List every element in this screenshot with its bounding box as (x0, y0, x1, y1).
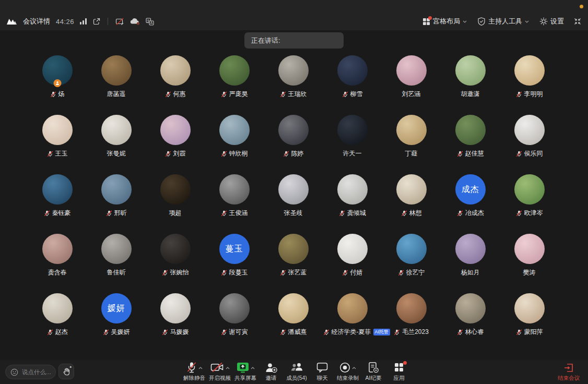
participant-tile[interactable]: 侯乐同 (500, 112, 559, 171)
toolbar-button[interactable]: 解除静音 (183, 362, 205, 382)
grid-layout-button[interactable]: 宫格布局 (419, 17, 470, 26)
open-external-icon[interactable] (93, 18, 100, 25)
participant-tile[interactable]: 付婧 (323, 231, 382, 290)
participant-tile[interactable]: 蒙阳萍 (500, 290, 559, 350)
settings-button[interactable]: 设置 (536, 17, 567, 26)
participant-tile[interactable]: 林想 (382, 171, 441, 231)
chevron-up-icon[interactable] (251, 367, 255, 369)
participant-tile[interactable]: 蔓玉 段蔓玉 (205, 231, 264, 290)
participant-name: 鲁佳昕 (107, 268, 126, 277)
whiteboard-disabled-icon[interactable] (115, 18, 124, 26)
toolbar-button[interactable]: 邀请 (260, 362, 282, 382)
participant-tile[interactable]: 欧津岑 (500, 171, 559, 231)
participant-tile[interactable]: 谢可寅 (205, 290, 264, 350)
toolbar-button[interactable]: 开启视频 (209, 362, 231, 382)
participant-tile[interactable]: 胡邀潇 (441, 52, 500, 112)
participant-tile[interactable]: 龚含春 (28, 231, 87, 290)
participant-tile[interactable]: 何惠 (146, 52, 205, 112)
participant-tile[interactable]: 经济学类-夏菲 AI托管 (323, 290, 382, 350)
settings-label: 设置 (550, 17, 564, 26)
participant-tile[interactable]: 徐艺宁 (382, 231, 441, 290)
avatar (101, 115, 132, 145)
participant-tile[interactable]: 毛兰2023 (382, 290, 441, 350)
chat-inputbox[interactable] (5, 365, 56, 379)
avatar (455, 293, 486, 323)
translation-icon[interactable]: 文A (146, 18, 154, 26)
participant-tile[interactable]: 王瑞欣 (264, 52, 323, 112)
participant-name: 何惠 (173, 90, 186, 99)
participant-tile[interactable]: 唐菡遥 (87, 52, 146, 112)
participant-name: 张曼妮 (107, 149, 126, 158)
participant-name: 冶成杰 (465, 209, 484, 218)
participant-tile[interactable]: 马媛媛 (146, 290, 205, 350)
mic-muted-icon (457, 151, 463, 157)
avatar (337, 293, 368, 323)
participant-name: 赵佳慧 (465, 149, 484, 158)
participant-name: 王俊涵 (229, 209, 248, 218)
mic-off-icon (186, 362, 197, 374)
participant-tile[interactable]: 许天一 (323, 112, 382, 171)
participant-tile[interactable]: 刘艺涵 (382, 52, 441, 112)
mic-muted-icon (516, 210, 522, 217)
meeting-details-link[interactable]: 会议详情 (23, 17, 50, 26)
toolbar-button-label: AI纪要 (366, 375, 382, 382)
toolbar-button[interactable]: 应用 (388, 362, 410, 382)
participant-tile[interactable]: 陈婷 (264, 112, 323, 171)
toolbar-button[interactable]: AI纪要 (362, 362, 384, 382)
participant-tile[interactable]: 张艺蓝 (264, 231, 323, 290)
toolbar-button-label: 邀请 (266, 375, 277, 382)
grid-layout-icon (422, 18, 430, 26)
participant-tile[interactable]: 炀 (28, 52, 87, 112)
toolbar-button[interactable]: 结束录制 (337, 362, 359, 382)
participant-tile[interactable]: 钟欣桐 (205, 112, 264, 171)
participant-tile[interactable]: 赵佳慧 (441, 112, 500, 171)
participant-tile[interactable]: 樊涛 (500, 231, 559, 290)
participant-tile[interactable]: 柳雪 (323, 52, 382, 112)
cloud-icon[interactable] (130, 18, 140, 25)
participant-tile[interactable]: 张曼妮 (87, 112, 146, 171)
participant-tile[interactable]: 林心睿 (441, 290, 500, 350)
participant-tile[interactable]: 张圣歧 (264, 171, 323, 231)
participant-tile[interactable]: 王俊涵 (205, 171, 264, 231)
participant-tile[interactable]: 张婉怡 (146, 231, 205, 290)
exit-fullscreen-icon[interactable] (573, 17, 582, 26)
avatar (455, 234, 486, 264)
chat-input[interactable] (21, 368, 55, 376)
host-tools-button[interactable]: 主持人工具 (474, 17, 532, 26)
svg-text:A: A (150, 21, 153, 25)
participant-tile[interactable]: 成杰 冶成杰 (441, 171, 500, 231)
emoji-icon[interactable] (10, 368, 18, 376)
toolbar-button[interactable]: 共享屏幕 (234, 362, 256, 382)
chevron-up-icon[interactable] (352, 367, 356, 369)
participant-tile[interactable]: 潘威熹 (264, 290, 323, 350)
end-meeting-button[interactable]: 结束会议 (558, 362, 580, 382)
chevron-up-icon[interactable] (198, 367, 203, 369)
toolbar-button[interactable]: 聊天 (311, 362, 333, 382)
participant-tile[interactable]: 刘霞 (146, 112, 205, 171)
participant-name: 钟欣桐 (229, 149, 248, 158)
participant-tile[interactable]: 王玉 (28, 112, 87, 171)
toolbar-button-label: 应用 (394, 375, 405, 382)
toolbar-button[interactable]: 成员(54) (286, 362, 308, 382)
participant-tile[interactable]: 李明明 (500, 52, 559, 112)
raise-hand-button[interactable]: ✦ (58, 364, 74, 379)
toolbar-button-label: 成员(54) (286, 375, 307, 382)
participant-tile[interactable]: 秦钰豪 (28, 171, 87, 231)
participant-tile[interactable]: 赵杰 (28, 290, 87, 350)
participant-tile[interactable]: 媛妍 吴媛妍 (87, 290, 146, 350)
avatar (160, 234, 191, 264)
participant-tile[interactable]: 严庞昊 (205, 52, 264, 112)
screen-share-icon (237, 362, 249, 374)
participant-name: 林想 (409, 209, 422, 218)
participant-tile[interactable]: 鲁佳昕 (87, 231, 146, 290)
participant-tile[interactable]: 项超 (146, 171, 205, 231)
avatar (396, 174, 427, 205)
network-signal-icon[interactable] (80, 18, 87, 25)
chevron-up-icon[interactable] (226, 367, 230, 369)
avatar: 媛妍 (101, 293, 132, 323)
mic-muted-icon (283, 151, 289, 157)
participant-tile[interactable]: 杨如月 (441, 231, 500, 290)
participant-tile[interactable]: 邢昕 (87, 171, 146, 231)
participant-tile[interactable]: 龚倾城 (323, 171, 382, 231)
participant-tile[interactable]: 丁薿 (382, 112, 441, 171)
